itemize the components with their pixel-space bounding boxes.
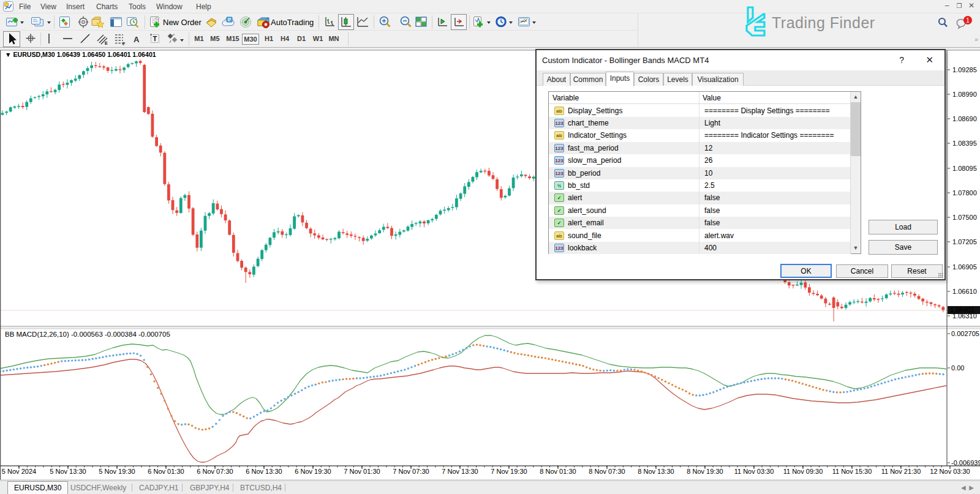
svg-text:1.08395: 1.08395 — [952, 140, 977, 147]
svg-text:1.08095: 1.08095 — [952, 165, 977, 172]
svg-text:1.06610: 1.06610 — [952, 288, 977, 295]
svg-text:1: 1 — [966, 17, 970, 24]
svg-text:7 Nov 13:30: 7 Nov 13:30 — [442, 468, 478, 475]
svg-text:5 Nov 19:30: 5 Nov 19:30 — [99, 468, 135, 475]
svg-text:0.00: 0.00 — [951, 364, 964, 372]
svg-text:1.07800: 1.07800 — [952, 189, 977, 196]
svg-text:8 Nov 13:30: 8 Nov 13:30 — [638, 468, 674, 475]
svg-text:1.08690: 1.08690 — [952, 115, 977, 122]
svg-text:6 Nov 07:30: 6 Nov 07:30 — [197, 468, 233, 475]
svg-text:7 Nov 19:30: 7 Nov 19:30 — [491, 468, 527, 475]
svg-text:▼ EURUSD,M30 1.06439 1.06450: ▼ EURUSD,M30 1.06439 1.06450 1.06401 1.0… — [5, 51, 156, 58]
svg-text:8 Nov 01:30: 8 Nov 01:30 — [540, 468, 576, 475]
svg-text:8 Nov 07:30: 8 Nov 07:30 — [589, 468, 625, 475]
svg-text:1.09285: 1.09285 — [952, 66, 977, 73]
svg-text:F: F — [123, 42, 126, 46]
svg-text:1.06401: 1.06401 — [950, 306, 974, 313]
svg-text:BB MACD(12,26,10) -0.000563 -0: BB MACD(12,26,10) -0.000563 -0.000384 -0… — [5, 331, 170, 338]
svg-text:1.08990: 1.08990 — [952, 91, 977, 98]
svg-text:0.002705: 0.002705 — [951, 330, 979, 337]
svg-text:5 Nov 13:30: 5 Nov 13:30 — [50, 468, 86, 475]
svg-text:11 Nov 15:30: 11 Nov 15:30 — [832, 468, 872, 475]
svg-text:1.07205: 1.07205 — [952, 238, 977, 245]
svg-text:5 Nov 2024: 5 Nov 2024 — [2, 468, 36, 475]
svg-text:1.06905: 1.06905 — [952, 263, 977, 271]
svg-text:6 Nov 13:30: 6 Nov 13:30 — [246, 468, 282, 475]
svg-text:7 Nov 01:30: 7 Nov 01:30 — [344, 468, 380, 475]
svg-text:1.07500: 1.07500 — [952, 214, 977, 221]
svg-text:-0.006939: -0.006939 — [951, 459, 980, 466]
svg-text:8 Nov 19:30: 8 Nov 19:30 — [687, 468, 723, 475]
svg-text:11 Nov 09:30: 11 Nov 09:30 — [783, 468, 823, 475]
svg-text:6 Nov 19:30: 6 Nov 19:30 — [295, 468, 331, 475]
svg-text:11 Nov 21:30: 11 Nov 21:30 — [881, 468, 921, 475]
svg-text:7 Nov 07:30: 7 Nov 07:30 — [393, 468, 429, 475]
svg-text:6 Nov 01:30: 6 Nov 01:30 — [148, 468, 184, 475]
svg-text:E: E — [105, 41, 108, 45]
svg-text:12 Nov 03:30: 12 Nov 03:30 — [930, 468, 970, 475]
svg-text:T: T — [153, 35, 157, 42]
svg-text:11 Nov 03:30: 11 Nov 03:30 — [734, 468, 774, 475]
